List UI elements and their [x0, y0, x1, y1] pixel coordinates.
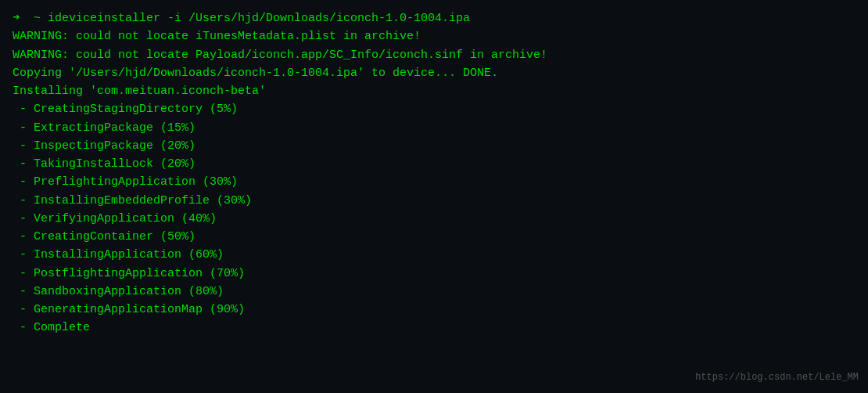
terminal-line-copy: Copying '/Users/hjd/Downloads/iconch-1.0…: [13, 64, 855, 82]
terminal-line-installing: Installing 'com.meituan.iconch-beta': [13, 82, 855, 100]
terminal-line-step12: - GeneratingApplicationMap (90%): [13, 301, 855, 319]
terminal-line-step9: - InstallingApplication (60%): [13, 246, 855, 264]
terminal-line-step3: - InspectingPackage (20%): [13, 137, 855, 155]
terminal-line-warn1: WARNING: could not locate iTunesMetadata…: [13, 27, 855, 45]
terminal-output: ➜ ~ ideviceinstaller -i /Users/hjd/Downl…: [13, 9, 855, 337]
terminal-window: ➜ ~ ideviceinstaller -i /Users/hjd/Downl…: [0, 0, 868, 393]
terminal-line-step7: - VerifyingApplication (40%): [13, 210, 855, 228]
terminal-line-step13: - Complete: [13, 319, 855, 337]
terminal-line-step1: - CreatingStagingDirectory (5%): [13, 100, 855, 118]
watermark: https://blog.csdn.net/Lele_MM: [695, 370, 859, 385]
terminal-line-warn2: WARNING: could not locate Payload/iconch…: [13, 46, 855, 64]
terminal-line-step5: - PreflightingApplication (30%): [13, 173, 855, 191]
terminal-line-step11: - SandboxingApplication (80%): [13, 283, 855, 301]
terminal-line-step6: - InstallingEmbeddedProfile (30%): [13, 192, 855, 210]
terminal-line-step2: - ExtractingPackage (15%): [13, 119, 855, 137]
terminal-line-step10: - PostflightingApplication (70%): [13, 265, 855, 283]
terminal-line-step8: - CreatingContainer (50%): [13, 228, 855, 246]
terminal-line-cmd: ➜ ~ ideviceinstaller -i /Users/hjd/Downl…: [13, 9, 855, 27]
terminal-line-step4: - TakingInstallLock (20%): [13, 155, 855, 173]
